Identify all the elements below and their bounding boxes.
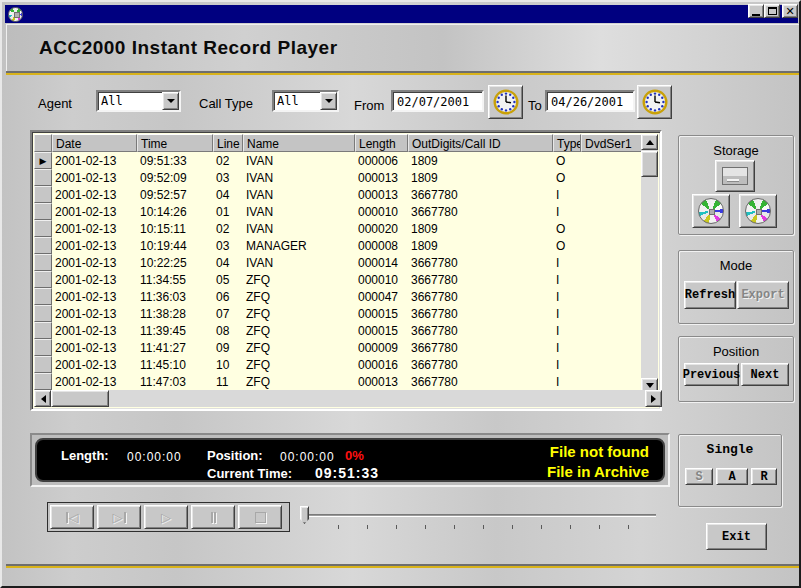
table-cell[interactable]: ZFQ (243, 288, 355, 305)
table-cell[interactable]: 000010 (355, 203, 408, 220)
table-cell[interactable]: I (553, 305, 581, 322)
row-selector[interactable] (34, 220, 52, 237)
agent-dropdown-button[interactable] (162, 92, 179, 110)
table-cell[interactable] (581, 373, 645, 390)
table-row[interactable]: 2001-02-1310:15:1102IVAN0000201809O (34, 220, 645, 237)
table-cell[interactable]: 3667780 (408, 339, 553, 356)
table-cell[interactable]: 02 (213, 220, 243, 237)
maximize-button[interactable] (764, 4, 780, 18)
row-selector[interactable] (34, 339, 52, 356)
table-cell[interactable] (581, 339, 645, 356)
table-cell[interactable]: 10:19:44 (137, 237, 213, 254)
single-s-button[interactable]: S (685, 468, 713, 485)
table-cell[interactable]: 09:52:09 (137, 169, 213, 186)
table-cell[interactable]: 10:22:25 (137, 254, 213, 271)
table-cell[interactable]: 1809 (408, 220, 553, 237)
call-type-select[interactable]: All (272, 90, 339, 112)
table-cell[interactable]: 2001-02-13 (52, 356, 137, 373)
table-cell[interactable]: 08 (213, 322, 243, 339)
table-cell[interactable]: 11 (213, 373, 243, 390)
seek-slider[interactable] (298, 504, 658, 530)
table-row[interactable]: 2001-02-1311:39:4508ZFQ0000153667780I (34, 322, 645, 339)
table-cell[interactable]: 2001-02-13 (52, 339, 137, 356)
stop-button[interactable] (238, 505, 282, 529)
table-cell[interactable]: O (553, 169, 581, 186)
table-cell[interactable]: 000020 (355, 220, 408, 237)
table-cell[interactable] (581, 237, 645, 254)
table-cell[interactable]: 000013 (355, 373, 408, 390)
table-cell[interactable]: I (553, 322, 581, 339)
single-a-button[interactable]: A (716, 468, 748, 485)
table-cell[interactable]: MANAGER (243, 237, 355, 254)
table-cell[interactable]: 1809 (408, 169, 553, 186)
table-cell[interactable] (581, 203, 645, 220)
table-cell[interactable] (581, 186, 645, 203)
table-cell[interactable] (581, 356, 645, 373)
table-row[interactable]: 2001-02-1309:52:5704IVAN0000133667780I (34, 186, 645, 203)
table-cell[interactable]: 1809 (408, 237, 553, 254)
agent-select[interactable]: All (96, 90, 181, 112)
table-cell[interactable]: 11:47:03 (137, 373, 213, 390)
column-header[interactable]: DvdSer1 (581, 134, 645, 152)
table-row[interactable]: 2001-02-1310:22:2504IVAN0000143667780I (34, 254, 645, 271)
table-cell[interactable]: I (553, 254, 581, 271)
play-button[interactable]: ▷ (144, 505, 188, 529)
table-cell[interactable]: 07 (213, 305, 243, 322)
column-header[interactable]: OutDigits/Call ID (408, 134, 553, 152)
table-cell[interactable]: 11:38:28 (137, 305, 213, 322)
table-cell[interactable]: 09 (213, 339, 243, 356)
row-selector[interactable] (34, 271, 52, 288)
title-bar[interactable] (5, 5, 798, 23)
table-cell[interactable]: 3667780 (408, 288, 553, 305)
table-cell[interactable]: 3667780 (408, 322, 553, 339)
next-button[interactable]: Next (741, 363, 789, 386)
table-cell[interactable] (581, 254, 645, 271)
table-cell[interactable]: IVAN (243, 220, 355, 237)
table-cell[interactable] (581, 169, 645, 186)
table-cell[interactable]: 2001-02-13 (52, 254, 137, 271)
table-cell[interactable]: 000010 (355, 271, 408, 288)
row-selector[interactable] (34, 237, 52, 254)
table-cell[interactable]: O (553, 152, 581, 169)
table-row[interactable]: 2001-02-1311:38:2807ZFQ0000153667780I (34, 305, 645, 322)
column-header[interactable]: Date (52, 134, 137, 152)
table-cell[interactable]: 2001-02-13 (52, 305, 137, 322)
table-row[interactable]: 2001-02-1310:14:2601IVAN0000103667780I (34, 203, 645, 220)
skip-start-button[interactable]: ◁ (50, 505, 94, 529)
previous-button[interactable]: Previous (684, 363, 739, 386)
table-cell[interactable]: 3667780 (408, 356, 553, 373)
table-cell[interactable]: I (553, 203, 581, 220)
table-cell[interactable]: I (553, 339, 581, 356)
row-selector[interactable]: ▶ (34, 152, 52, 169)
table-cell[interactable] (581, 152, 645, 169)
scroll-left-button[interactable] (34, 390, 51, 407)
from-date-input[interactable] (391, 90, 484, 112)
table-cell[interactable]: 3667780 (408, 186, 553, 203)
table-cell[interactable]: 09:51:33 (137, 152, 213, 169)
table-cell[interactable] (581, 271, 645, 288)
column-header[interactable]: Time (137, 134, 213, 152)
table-cell[interactable]: O (553, 220, 581, 237)
table-row[interactable]: 2001-02-1311:34:5505ZFQ0000103667780I (34, 271, 645, 288)
table-cell[interactable]: 3667780 (408, 271, 553, 288)
export-button[interactable]: Export (737, 281, 789, 309)
table-cell[interactable]: 000009 (355, 339, 408, 356)
vertical-scrollbar[interactable] (641, 134, 658, 394)
table-cell[interactable]: 03 (213, 169, 243, 186)
minimize-button[interactable] (748, 4, 764, 18)
table-cell[interactable]: 3667780 (408, 305, 553, 322)
table-cell[interactable]: 04 (213, 254, 243, 271)
table-cell[interactable]: 2001-02-13 (52, 237, 137, 254)
table-cell[interactable]: 09:52:57 (137, 186, 213, 203)
table-cell[interactable]: 000015 (355, 322, 408, 339)
table-row[interactable]: 2001-02-1311:47:0311ZFQ0000133667780I (34, 373, 645, 390)
table-cell[interactable]: 03 (213, 237, 243, 254)
column-header[interactable]: Type (553, 134, 581, 152)
row-selector[interactable] (34, 373, 52, 390)
table-cell[interactable]: 000008 (355, 237, 408, 254)
table-row[interactable]: 2001-02-1311:41:2709ZFQ0000093667780I (34, 339, 645, 356)
refresh-button[interactable]: Refresh (684, 281, 736, 309)
table-cell[interactable]: 2001-02-13 (52, 373, 137, 390)
table-cell[interactable]: 2001-02-13 (52, 288, 137, 305)
table-cell[interactable]: 10:15:11 (137, 220, 213, 237)
